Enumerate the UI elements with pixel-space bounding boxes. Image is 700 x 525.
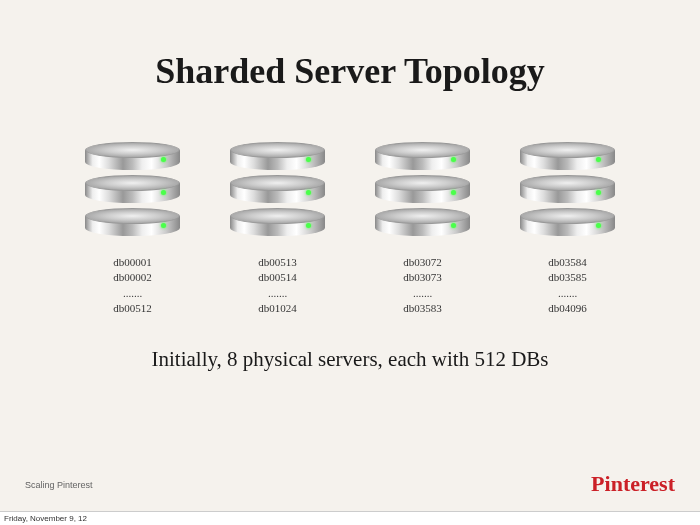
date-footer: Friday, November 9, 12 [0, 511, 700, 525]
db-label: db03585 [548, 270, 587, 285]
server-4: db03584 db03585 ....... db04096 [520, 142, 615, 317]
db-label: db03583 [403, 301, 442, 316]
slide-subtitle: Initially, 8 physical servers, each with… [40, 347, 660, 372]
db-label: db00002 [113, 270, 152, 285]
db-label: db00001 [113, 255, 152, 270]
db-label: db01024 [258, 301, 297, 316]
server-2: db00513 db00514 ....... db01024 [230, 142, 325, 317]
server-3: db03072 db03073 ....... db03583 [375, 142, 470, 317]
pinterest-logo: Pinterest [591, 471, 675, 497]
database-icon [520, 142, 615, 237]
ellipsis: ....... [258, 286, 297, 301]
db-range-label: db00513 db00514 ....... db01024 [258, 255, 297, 317]
db-label: db04096 [548, 301, 587, 316]
db-label: db03584 [548, 255, 587, 270]
ellipsis: ....... [403, 286, 442, 301]
server-1: db00001 db00002 ....... db00512 [85, 142, 180, 317]
db-range-label: db00001 db00002 ....... db00512 [113, 255, 152, 317]
db-label: db00514 [258, 270, 297, 285]
database-icon [375, 142, 470, 237]
db-label: db03072 [403, 255, 442, 270]
ellipsis: ....... [548, 286, 587, 301]
db-label: db03073 [403, 270, 442, 285]
db-label: db00512 [113, 301, 152, 316]
server-row: db00001 db00002 ....... db00512 db00513 … [60, 142, 640, 317]
db-range-label: db03584 db03585 ....... db04096 [548, 255, 587, 317]
slide: Sharded Server Topology db00001 db00002 … [0, 0, 700, 525]
db-label: db00513 [258, 255, 297, 270]
database-icon [230, 142, 325, 237]
slide-title: Sharded Server Topology [40, 50, 660, 92]
footer-presentation-name: Scaling Pinterest [25, 480, 93, 490]
database-icon [85, 142, 180, 237]
ellipsis: ....... [113, 286, 152, 301]
db-range-label: db03072 db03073 ....... db03583 [403, 255, 442, 317]
